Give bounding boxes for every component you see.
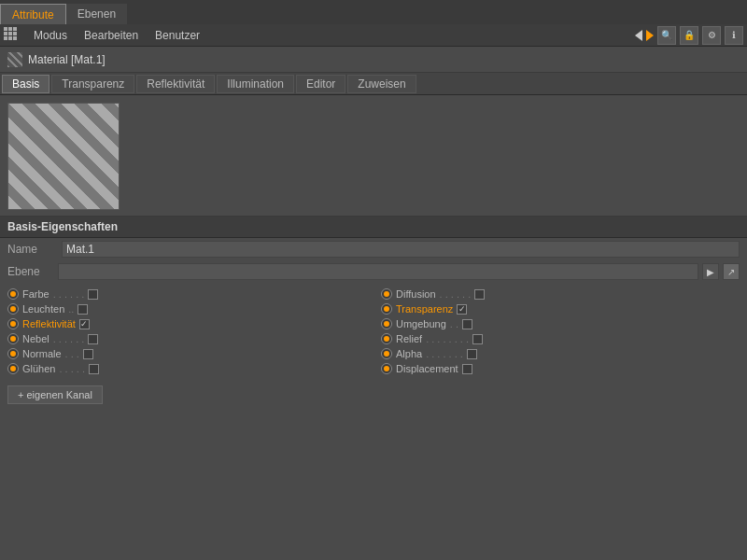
ebene-label: Ebene — [7, 265, 54, 278]
menu-bar: Modus Bearbeiten Benutzer 🔍 🔒 ⚙ ℹ — [0, 24, 747, 47]
top-tab-bar: Attribute Ebenen — [0, 0, 747, 24]
label-displacement: Displacement — [396, 363, 458, 374]
channels-grid: Farbe . . . . . . Leuchten .. Reflektivi… — [0, 283, 747, 380]
properties-section-header: Basis-Eigenschaften — [0, 217, 747, 238]
radio-farbe[interactable] — [7, 288, 19, 300]
dots-farbe: . . . . . . — [53, 288, 85, 300]
menu-icon-group: 🔍 🔒 ⚙ ℹ — [635, 26, 743, 45]
dots-normale: . . . — [65, 348, 79, 359]
material-preview-image — [7, 103, 120, 210]
label-umgebung: Umgebung — [396, 318, 446, 329]
channel-gluehen: Glühen . . . . . — [0, 361, 374, 376]
radio-leuchten[interactable] — [7, 303, 19, 315]
radio-umgebung[interactable] — [381, 318, 392, 329]
tab-ebenen[interactable]: Ebenen — [66, 4, 127, 24]
check-leuchten[interactable] — [78, 304, 88, 315]
channel-displacement: Displacement — [374, 361, 747, 376]
radio-reflektivitaet[interactable] — [7, 318, 19, 329]
dots-gluehen: . . . . . — [59, 363, 85, 374]
tab-transparenz[interactable]: Transparenz — [51, 75, 134, 93]
channel-normale: Normale . . . — [0, 346, 374, 361]
check-gluehen[interactable] — [89, 364, 99, 374]
radio-relief[interactable] — [381, 333, 392, 344]
check-transparenz[interactable]: ✓ — [457, 304, 467, 315]
channels-right: Diffusion . . . . . . Transparenz ✓ Umge… — [374, 287, 747, 376]
tab-illumination[interactable]: Illumination — [217, 75, 294, 93]
menu-modus[interactable]: Modus — [26, 27, 75, 44]
tab-zuweisen[interactable]: Zuweisen — [347, 75, 416, 93]
check-relief[interactable] — [472, 334, 483, 344]
ebene-pick-btn[interactable]: ↗ — [723, 263, 740, 280]
menu-bearbeiten[interactable]: Bearbeiten — [77, 27, 146, 44]
tab-reflektivitaet[interactable]: Reflektivität — [136, 75, 215, 93]
dots-umgebung: . . — [450, 318, 458, 329]
arrow-left-icon[interactable] — [635, 30, 642, 41]
channel-diffusion: Diffusion . . . . . . — [374, 287, 747, 301]
radio-transparenz[interactable] — [381, 303, 392, 315]
check-nebel[interactable] — [88, 334, 98, 344]
label-reflektivitaet: Reflektivität — [22, 318, 76, 329]
label-relief: Relief — [396, 333, 422, 344]
dots-diffusion: . . . . . . — [440, 288, 472, 300]
dots-nebel: . . . . . . — [53, 333, 85, 344]
channel-transparenz: Transparenz ✓ — [374, 301, 747, 316]
channel-relief: Relief . . . . . . . . — [374, 331, 747, 346]
sub-tab-bar: Basis Transparenz Reflektivität Illumina… — [0, 73, 747, 95]
label-alpha: Alpha — [396, 348, 422, 359]
menu-benutzer[interactable]: Benutzer — [148, 27, 207, 44]
preview-area — [0, 95, 747, 217]
radio-gluehen[interactable] — [7, 363, 19, 374]
radio-alpha[interactable] — [381, 348, 392, 359]
ebene-arrow-btn[interactable]: ▶ — [702, 263, 719, 280]
check-umgebung[interactable] — [462, 319, 472, 329]
radio-displacement[interactable] — [381, 363, 392, 374]
label-normale: Normale — [22, 348, 62, 359]
ebene-row: Ebene ▶ ↗ — [0, 260, 747, 283]
radio-normale[interactable] — [7, 348, 19, 359]
name-label: Name — [7, 243, 54, 256]
tab-attribute[interactable]: Attribute — [0, 4, 66, 24]
lock-icon[interactable]: 🔒 — [680, 26, 698, 45]
check-farbe[interactable] — [88, 289, 98, 300]
channel-leuchten: Leuchten .. — [0, 301, 374, 316]
channel-reflektivitaet: Reflektivität ✓ — [0, 316, 374, 331]
channels-left: Farbe . . . . . . Leuchten .. Reflektivi… — [0, 287, 374, 376]
check-normale[interactable] — [83, 349, 93, 359]
label-transparenz: Transparenz — [396, 303, 453, 315]
label-diffusion: Diffusion — [396, 288, 436, 300]
radio-diffusion[interactable] — [381, 288, 392, 300]
name-input[interactable] — [62, 241, 740, 258]
check-reflektivitaet[interactable]: ✓ — [79, 319, 90, 329]
check-alpha[interactable] — [467, 349, 477, 359]
check-diffusion[interactable] — [474, 289, 485, 300]
channel-farbe: Farbe . . . . . . — [0, 287, 374, 301]
arrow-right-icon[interactable] — [646, 30, 654, 41]
dots-relief: . . . . . . . . — [426, 333, 469, 344]
settings-icon[interactable]: ⚙ — [702, 26, 721, 45]
material-title: Material [Mat.1] — [28, 53, 106, 66]
channel-umgebung: Umgebung . . — [374, 316, 747, 331]
info-icon[interactable]: ℹ — [725, 26, 743, 45]
label-gluehen: Glühen — [22, 363, 55, 374]
ebene-input[interactable] — [58, 263, 698, 280]
dots-leuchten: .. — [68, 303, 74, 315]
material-preview-icon — [7, 52, 22, 67]
channel-nebel: Nebel . . . . . . — [0, 331, 374, 346]
label-nebel: Nebel — [22, 333, 49, 344]
channel-alpha: Alpha . . . . . . . — [374, 346, 747, 361]
radio-nebel[interactable] — [7, 333, 19, 344]
label-leuchten: Leuchten — [22, 303, 64, 315]
tab-editor[interactable]: Editor — [296, 75, 345, 93]
dots-alpha: . . . . . . . — [426, 348, 463, 359]
name-row: Name — [0, 238, 747, 260]
tab-basis[interactable]: Basis — [2, 75, 49, 93]
check-displacement[interactable] — [462, 364, 472, 374]
grid-icon[interactable] — [4, 27, 21, 44]
search-icon[interactable]: 🔍 — [657, 26, 676, 45]
label-farbe: Farbe — [22, 288, 49, 300]
add-channel-button[interactable]: + eigenen Kanal — [7, 385, 103, 404]
material-header: Material [Mat.1] — [0, 47, 747, 73]
